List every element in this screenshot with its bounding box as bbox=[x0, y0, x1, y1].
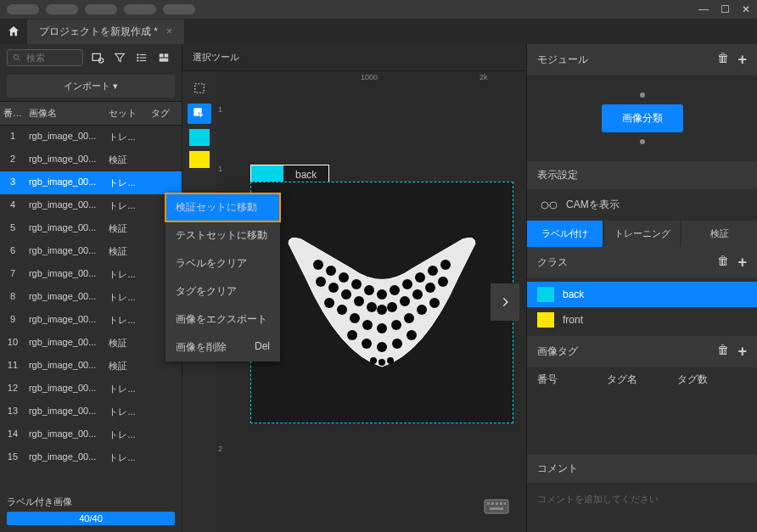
menu-item[interactable]: テストセットに移動 bbox=[165, 221, 280, 249]
image-row[interactable]: 11rgb_image_00...検証 bbox=[0, 355, 182, 378]
image-row[interactable]: 13rgb_image_00...トレ... bbox=[0, 400, 182, 423]
image-frame[interactable] bbox=[250, 182, 513, 423]
class-item[interactable]: back bbox=[527, 282, 757, 307]
add-icon[interactable]: + bbox=[737, 51, 747, 69]
menu-item[interactable]: 画像をエクスポート bbox=[165, 305, 280, 333]
svg-point-40 bbox=[362, 320, 373, 330]
ruler-horizontal: 1000 2k bbox=[233, 71, 526, 88]
add-icon[interactable]: + bbox=[737, 343, 747, 361]
menu-pill[interactable] bbox=[46, 4, 78, 14]
image-row[interactable]: 5rgb_image_00...検証 bbox=[0, 217, 182, 240]
menu-pill[interactable] bbox=[7, 4, 39, 14]
svg-point-24 bbox=[428, 266, 438, 276]
menu-pill[interactable] bbox=[163, 4, 195, 14]
image-row[interactable]: 2rgb_image_00...検証 bbox=[0, 148, 182, 171]
svg-point-61 bbox=[541, 202, 548, 209]
svg-point-44 bbox=[417, 305, 427, 315]
svg-point-16 bbox=[326, 266, 336, 276]
svg-point-34 bbox=[412, 289, 423, 300]
module-chip[interactable]: 画像分類 bbox=[602, 104, 683, 132]
tab-validation[interactable]: 検証 bbox=[681, 221, 757, 247]
svg-rect-60 bbox=[490, 507, 503, 510]
menu-item[interactable]: 検証セットに移動 bbox=[165, 193, 280, 221]
image-row[interactable]: 9rgb_image_00...トレ... bbox=[0, 309, 182, 332]
trash-icon[interactable]: 🗑 bbox=[717, 254, 729, 272]
col-set[interactable]: セット bbox=[105, 102, 148, 125]
svg-point-17 bbox=[339, 272, 349, 283]
mode-tabs: ラベル付け トレーニング 検証 bbox=[527, 221, 757, 247]
svg-line-1 bbox=[18, 59, 20, 60]
col-tag[interactable]: タグ bbox=[148, 102, 182, 125]
tabbar: プロジェクトを新規作成 * × bbox=[0, 19, 757, 44]
select-tool[interactable] bbox=[188, 104, 211, 124]
menu-item[interactable]: 画像を削除Del bbox=[165, 333, 280, 361]
menu-pill[interactable] bbox=[85, 4, 117, 14]
col-number[interactable]: 番号 bbox=[0, 102, 25, 125]
import-button[interactable]: インポート ▾ bbox=[7, 75, 175, 98]
svg-rect-59 bbox=[504, 502, 506, 505]
search-input[interactable] bbox=[7, 49, 83, 66]
titlebar: — ☐ ✕ bbox=[0, 0, 757, 19]
menu-pill[interactable] bbox=[124, 4, 156, 14]
image-tag-header: 画像タグ 🗑 + bbox=[527, 336, 757, 367]
svg-point-18 bbox=[351, 279, 362, 289]
svg-point-37 bbox=[324, 298, 334, 308]
svg-point-9 bbox=[137, 60, 138, 61]
progress-bar: 40/40 bbox=[7, 512, 175, 525]
image-row[interactable]: 8rgb_image_00...トレ... bbox=[0, 286, 182, 309]
minimize-button[interactable]: — bbox=[698, 3, 709, 15]
glasses-icon bbox=[541, 201, 558, 210]
svg-point-46 bbox=[347, 330, 357, 340]
svg-point-33 bbox=[400, 296, 410, 306]
image-row[interactable]: 15rgb_image_00...トレ... bbox=[0, 446, 182, 469]
class-header: クラス 🗑 + bbox=[527, 247, 757, 278]
comment-input[interactable]: コメントを追加してください bbox=[527, 483, 757, 516]
menu-item[interactable]: ラベルをクリア bbox=[165, 249, 280, 277]
tab-training[interactable]: トレーニング bbox=[604, 221, 680, 247]
tab-close-icon[interactable]: × bbox=[166, 25, 172, 37]
svg-point-29 bbox=[354, 296, 364, 306]
trash-icon[interactable]: 🗑 bbox=[717, 51, 729, 69]
image-row[interactable]: 7rgb_image_00...トレ... bbox=[0, 263, 182, 286]
svg-point-0 bbox=[14, 54, 19, 59]
svg-rect-56 bbox=[491, 502, 494, 505]
image-row[interactable]: 1rgb_image_00...トレ... bbox=[0, 126, 182, 148]
maximize-button[interactable]: ☐ bbox=[721, 3, 730, 15]
svg-rect-54 bbox=[485, 500, 508, 513]
marquee-tool[interactable] bbox=[188, 78, 211, 98]
tab-labeling[interactable]: ラベル付け bbox=[527, 221, 603, 247]
svg-point-53 bbox=[387, 357, 394, 364]
partition-icon[interactable] bbox=[156, 50, 171, 65]
left-panel: インポート ▾ 番号 画像名 セット タグ 1rgb_image_00...トレ… bbox=[0, 44, 182, 532]
svg-point-15 bbox=[313, 260, 323, 270]
context-menu: 検証セットに移動テストセットに移動ラベルをクリアタグをクリア画像をエクスポート画… bbox=[165, 193, 280, 361]
image-row[interactable]: 3rgb_image_00...トレ... bbox=[0, 171, 182, 194]
menu-item: タグをクリア bbox=[165, 277, 280, 305]
home-icon[interactable] bbox=[7, 25, 20, 38]
image-row[interactable]: 12rgb_image_00...トレ... bbox=[0, 378, 182, 400]
col-name[interactable]: 画像名 bbox=[25, 102, 106, 125]
color-cyan[interactable] bbox=[189, 129, 210, 146]
close-button[interactable]: ✕ bbox=[742, 3, 750, 15]
svg-point-23 bbox=[415, 272, 425, 283]
svg-point-48 bbox=[377, 342, 387, 352]
keyboard-icon[interactable] bbox=[484, 496, 509, 515]
image-row[interactable]: 14rgb_image_00...トレ... bbox=[0, 423, 182, 446]
image-row[interactable]: 4rgb_image_00...トレ... bbox=[0, 194, 182, 217]
image-search-icon[interactable] bbox=[90, 50, 105, 65]
svg-point-27 bbox=[328, 283, 339, 293]
add-icon[interactable]: + bbox=[737, 254, 747, 272]
list-icon[interactable] bbox=[134, 50, 149, 65]
next-image-button[interactable] bbox=[491, 283, 519, 321]
image-row[interactable]: 6rgb_image_00...検証 bbox=[0, 240, 182, 263]
project-tab[interactable]: プロジェクトを新規作成 * × bbox=[27, 20, 184, 44]
filter-icon[interactable] bbox=[112, 50, 127, 65]
color-yellow[interactable] bbox=[189, 151, 210, 168]
svg-point-52 bbox=[378, 359, 385, 366]
class-item[interactable]: front bbox=[527, 307, 757, 333]
trash-icon[interactable]: 🗑 bbox=[717, 343, 729, 361]
svg-rect-58 bbox=[500, 502, 502, 505]
svg-point-36 bbox=[438, 277, 448, 287]
cam-toggle[interactable]: CAMを表示 bbox=[527, 189, 757, 221]
image-row[interactable]: 10rgb_image_00...検証 bbox=[0, 332, 182, 355]
